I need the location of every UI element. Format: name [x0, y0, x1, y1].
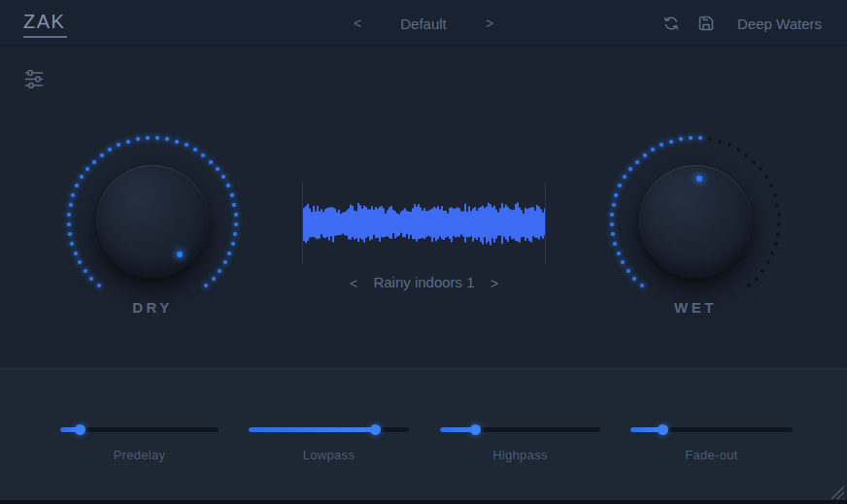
predelay-slider-thumb[interactable]: [75, 424, 85, 435]
highpass-slider-label: Highpass: [440, 448, 600, 462]
ring-dot: [621, 260, 625, 264]
filter-settings-icon[interactable]: [24, 69, 44, 89]
ring-dot: [126, 140, 130, 144]
ring-dot: [227, 252, 231, 255]
ring-dot: [761, 269, 764, 273]
ring-dot: [231, 242, 235, 246]
ring-dot: [234, 222, 238, 226]
wet-knob-dial[interactable]: [639, 165, 752, 278]
ring-dot: [617, 252, 621, 255]
ir-browser: < Rainy indoors 1 >: [302, 274, 546, 293]
bank-name: Deep Waters: [737, 16, 822, 32]
ring-dot: [755, 277, 759, 281]
ring-dot: [75, 184, 79, 187]
ring-dot: [612, 203, 616, 207]
ring-dot: [146, 136, 150, 140]
ring-dot: [84, 269, 87, 273]
ring-dot: [201, 153, 205, 157]
ring-dot: [68, 232, 72, 236]
ring-dot: [614, 193, 618, 197]
ring-dot: [233, 232, 237, 236]
ring-dot: [769, 184, 773, 187]
wet-knob: WET: [584, 110, 807, 333]
ring-dot: [221, 175, 225, 179]
lowpass-slider-fill: [249, 427, 375, 432]
fadeout-slider-thumb[interactable]: [658, 424, 668, 435]
resize-grip-icon[interactable]: [826, 481, 845, 500]
ring-dot: [67, 222, 71, 226]
ring-dot: [108, 148, 112, 151]
ring-dot: [752, 160, 756, 164]
ring-dot: [216, 167, 220, 171]
ring-dot: [117, 143, 120, 147]
ring-dot: [669, 140, 673, 144]
ring-dot: [759, 167, 762, 171]
highpass-slider-thumb[interactable]: [470, 424, 481, 435]
ring-dot: [640, 284, 644, 287]
ir-name: Rainy indoors 1: [302, 274, 546, 290]
dry-knob: DRY: [41, 110, 264, 333]
ring-dot: [613, 242, 617, 246]
ring-dot: [660, 143, 663, 147]
ring-dot: [74, 252, 78, 255]
highpass-slider: Highpass: [440, 423, 600, 468]
ring-dot: [232, 203, 236, 207]
preset-next-button[interactable]: >: [480, 14, 499, 33]
waveform-bar: [544, 208, 546, 235]
save-icon[interactable]: [696, 14, 716, 33]
ring-dot: [209, 160, 213, 164]
ring-dot: [71, 193, 75, 197]
ring-dot: [155, 136, 159, 140]
ring-dot: [234, 213, 238, 217]
app-logo: ZAK: [23, 11, 67, 38]
ring-dot: [226, 184, 230, 187]
ring-dot: [718, 140, 722, 144]
ring-dot: [136, 137, 140, 141]
ring-dot: [651, 148, 655, 151]
lowpass-slider-label: Lowpass: [249, 448, 409, 462]
ring-dot: [764, 175, 768, 179]
predelay-slider-track[interactable]: [60, 427, 219, 432]
wet-knob-label: WET: [584, 299, 807, 316]
ring-dot: [635, 160, 639, 164]
ring-dot: [193, 148, 197, 151]
fadeout-slider-label: Fade-out: [630, 448, 793, 462]
ring-dot: [69, 203, 73, 207]
highpass-slider-track[interactable]: [440, 427, 600, 432]
ring-dot: [770, 252, 774, 255]
ring-dot: [777, 222, 781, 226]
ring-dot: [78, 260, 82, 264]
ring-dot: [747, 284, 751, 287]
ring-dot: [618, 184, 622, 187]
ring-dot: [610, 222, 614, 226]
ring-dot: [623, 175, 627, 179]
ring-dot: [777, 213, 781, 217]
window-bottom-edge: [0, 500, 847, 504]
lowpass-slider-track[interactable]: [249, 427, 409, 432]
ring-dot: [627, 269, 630, 273]
ring-dot: [218, 269, 221, 273]
ring-dot: [774, 242, 778, 246]
ring-dot: [97, 284, 101, 287]
ir-next-button[interactable]: >: [485, 274, 504, 293]
ring-dot: [698, 136, 702, 140]
ring-dot: [70, 242, 74, 246]
ring-dot: [230, 193, 234, 197]
refresh-icon[interactable]: [661, 14, 681, 33]
dry-knob-dial[interactable]: [96, 165, 209, 278]
preset-name[interactable]: Default: [400, 16, 447, 32]
ring-dot: [776, 232, 780, 236]
ring-dot: [80, 175, 84, 179]
fadeout-slider-track[interactable]: [630, 427, 793, 432]
lowpass-slider: Lowpass: [249, 423, 409, 468]
ring-dot: [775, 203, 779, 207]
ring-dot: [165, 137, 169, 141]
ring-dot: [766, 260, 770, 264]
ring-dot: [632, 277, 636, 281]
lowpass-slider-thumb[interactable]: [370, 424, 381, 435]
ring-dot: [708, 137, 712, 141]
ring-dot: [728, 143, 731, 147]
ring-dot: [100, 153, 104, 157]
ring-dot: [92, 160, 96, 164]
preset-prev-button[interactable]: <: [348, 14, 367, 33]
